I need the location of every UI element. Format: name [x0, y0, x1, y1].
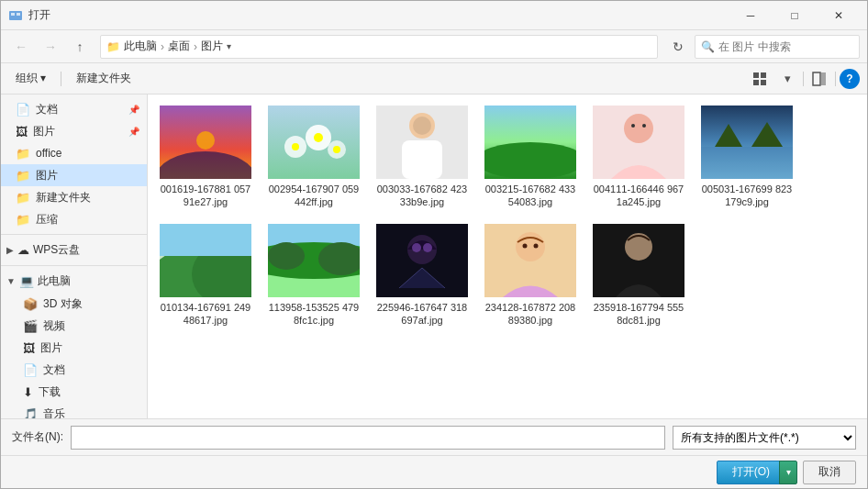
forward-button[interactable]: →	[38, 35, 63, 59]
file-thumb-f4	[484, 106, 576, 179]
file-name-f11: 235918-167794 5558dc81.jpg	[592, 301, 685, 328]
help-button[interactable]: ?	[840, 69, 860, 89]
svg-point-27	[631, 124, 635, 128]
file-name-f8: 113958-153525 4798fc1c.jpg	[267, 301, 361, 328]
open-arrow-button[interactable]: ▾	[779, 461, 797, 484]
pin-icon-documents: 📌	[128, 105, 139, 115]
sidebar-videos-label: 视频	[43, 318, 65, 334]
sidebar-item-tupian-label: 图片	[36, 168, 58, 183]
svg-point-22	[413, 117, 431, 135]
svg-rect-30	[701, 147, 793, 179]
breadcrumb-desktop: 桌面	[168, 39, 190, 54]
svg-point-16	[292, 143, 299, 150]
breadcrumb-current: 图片	[201, 39, 223, 54]
sidebar-item-downloads[interactable]: ⬇ 下载	[1, 381, 147, 403]
file-thumb-f9	[376, 224, 468, 297]
file-thumb-f2	[268, 106, 360, 179]
sidebar-item-images[interactable]: 🖼 图片	[1, 337, 147, 359]
pictures-pinned-icon: 🖼	[16, 125, 28, 139]
open-button[interactable]: 打开(O)	[717, 461, 785, 484]
sidebar-item-pictures-pinned[interactable]: 🖼 图片 📌	[1, 120, 147, 142]
wps-cloud-icon: ☁	[17, 243, 29, 257]
close-button[interactable]: ✕	[818, 2, 860, 29]
file-item-f8[interactable]: 113958-153525 4798fc1c.jpg	[263, 220, 364, 331]
svg-rect-1	[11, 13, 15, 16]
file-thumb-f8	[268, 224, 360, 297]
minimize-button[interactable]: ─	[729, 2, 772, 29]
sidebar-item-new-folder[interactable]: 📁 新建文件夹	[1, 186, 147, 208]
breadcrumb[interactable]: 📁 此电脑 › 桌面 › 图片 ▾	[100, 35, 658, 59]
file-item-f1[interactable]: 001619-167881 05791e27.jpg	[155, 102, 256, 213]
svg-point-44	[412, 243, 421, 252]
file-item-f2[interactable]: 002954-167907 059442ff.jpg	[263, 102, 364, 213]
view-separator	[803, 72, 804, 86]
sidebar-music-label: 音乐	[43, 406, 65, 419]
svg-point-47	[516, 232, 545, 261]
file-item-f5[interactable]: 004111-166446 9671a245.jpg	[588, 102, 689, 213]
sidebar-item-tupian[interactable]: 📁 图片	[1, 164, 147, 186]
preview-pane-button[interactable]	[807, 68, 831, 90]
music-icon: 🎵	[23, 407, 38, 419]
filetype-select[interactable]: 所有支持的图片文件(*.*)	[673, 426, 856, 450]
file-item-f3[interactable]: 003033-167682 42333b9e.jpg	[372, 102, 473, 213]
filename-label: 文件名(N):	[12, 429, 63, 445]
back-button[interactable]: ←	[8, 35, 34, 59]
view-separator2	[835, 72, 836, 86]
action-separator	[61, 72, 61, 86]
sidebar-item-music[interactable]: 🎵 音乐	[1, 403, 147, 418]
organize-button[interactable]: 组织 ▾	[8, 68, 53, 90]
refresh-button[interactable]: ↻	[665, 35, 691, 59]
file-thumb-f7	[160, 224, 251, 297]
file-thumb-f3	[376, 106, 468, 179]
3d-icon: 📦	[23, 297, 38, 311]
svg-point-18	[333, 146, 340, 153]
sidebar-item-documents[interactable]: 📄 文档 📌	[1, 98, 147, 120]
search-icon: 🔍	[701, 40, 715, 53]
documents-icon: 📄	[16, 103, 30, 117]
svg-point-24	[484, 142, 576, 179]
wps-expand-icon: ▶	[6, 245, 14, 255]
folder-icon: 📁	[106, 40, 120, 53]
sidebar-item-videos[interactable]: 🎬 视频	[1, 315, 147, 337]
cancel-button[interactable]: 取消	[803, 461, 856, 484]
svg-point-45	[423, 243, 432, 252]
file-name-f10: 234128-167872 20889380.jpg	[484, 301, 577, 328]
svg-point-17	[314, 133, 323, 142]
sidebar-thispc-label: 此电脑	[38, 273, 71, 289]
title-bar: 打开 ─ □ ✕	[1, 1, 867, 30]
svg-point-28	[642, 124, 646, 128]
file-thumb-f11	[593, 224, 684, 297]
search-input[interactable]	[718, 40, 856, 53]
new-folder-button[interactable]: 新建文件夹	[69, 68, 139, 90]
sidebar-divider-1	[1, 234, 147, 235]
thispc-icon: 💻	[19, 274, 34, 288]
sidebar-item-compress[interactable]: 📁 压缩	[1, 208, 147, 230]
sidebar-section-wps[interactable]: ▶ ☁ WPS云盘	[1, 239, 147, 261]
file-name-f6: 005031-167699 823179c9.jpg	[700, 183, 794, 209]
action-right: ▾ ?	[748, 68, 860, 90]
sidebar-divider-2	[1, 265, 147, 266]
file-item-f7[interactable]: 010134-167691 24948617.jpg	[155, 220, 256, 331]
sidebar-item-3d[interactable]: 📦 3D 对象	[1, 293, 147, 315]
svg-point-40	[268, 242, 305, 270]
filename-input[interactable]	[71, 426, 665, 450]
bottom-bar: 文件名(N): 所有支持的图片文件(*.*)	[1, 418, 867, 455]
downloads-icon: ⬇	[23, 385, 33, 399]
view-thumbnails-icon	[752, 72, 767, 86]
sidebar-item-docs[interactable]: 📄 文档	[1, 359, 147, 381]
view-dropdown-button[interactable]: ▾	[775, 68, 799, 90]
sidebar-item-office[interactable]: 📁 office	[1, 142, 147, 164]
file-item-f4[interactable]: 003215-167682 43354083.jpg	[480, 102, 581, 213]
button-bar: 打开(O) ▾ 取消	[1, 455, 867, 488]
svg-rect-21	[402, 140, 442, 179]
maximize-button[interactable]: □	[773, 2, 816, 29]
search-bar: 🔍	[695, 35, 860, 59]
file-item-f10[interactable]: 234128-167872 20889380.jpg	[480, 220, 581, 331]
sidebar-section-thispc[interactable]: ▼ 💻 此电脑	[1, 270, 147, 293]
file-item-f11[interactable]: 235918-167794 5558dc81.jpg	[588, 220, 689, 331]
videos-icon: 🎬	[23, 319, 38, 333]
file-item-f6[interactable]: 005031-167699 823179c9.jpg	[696, 102, 797, 213]
up-button[interactable]: ↑	[67, 35, 93, 59]
view-thumbnails-button[interactable]	[748, 68, 772, 90]
file-item-f9[interactable]: 225946-167647 318697af.jpg	[372, 220, 473, 331]
